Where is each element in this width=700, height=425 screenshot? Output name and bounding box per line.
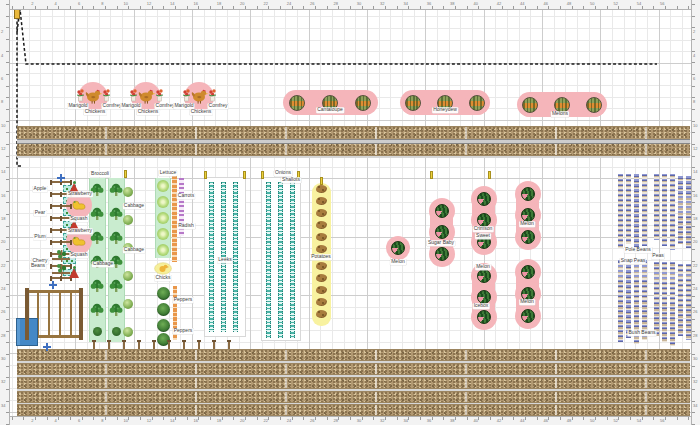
garden-stake-icon[interactable] (123, 340, 125, 349)
garden-stake-icon[interactable] (198, 340, 200, 349)
pepper-bush-icon[interactable] (157, 319, 170, 332)
garden-stake-icon[interactable] (153, 340, 155, 349)
pea-bean-row[interactable] (654, 262, 659, 336)
pea-bean-row[interactable] (670, 174, 675, 250)
espalier-stake[interactable] (50, 241, 72, 243)
lettuce-plant-icon[interactable] (157, 228, 169, 240)
ruler-number: 54 (637, 2, 641, 6)
ruler-number: 12 (147, 2, 151, 6)
plant-label: Sweet (475, 233, 491, 239)
pea-bean-row[interactable] (678, 264, 683, 336)
ruler-number: 40 (473, 419, 477, 423)
marker-stake-icon[interactable] (488, 171, 491, 179)
ruler-top: 2468101214161820222426283032343638404244… (0, 0, 700, 10)
lettuce-plant-icon[interactable] (157, 180, 169, 192)
onion-seed-row[interactable] (278, 182, 283, 338)
ruler-number: 8 (1, 100, 3, 104)
tilled-soil-row[interactable] (17, 363, 690, 375)
pea-bean-row[interactable] (618, 260, 623, 342)
tilled-soil-row[interactable] (17, 349, 690, 361)
cabbage-plant-icon[interactable] (123, 187, 133, 197)
plant-label: Comfrey (208, 103, 229, 109)
plant-label: Strawberry (67, 228, 93, 234)
soil-path-upper[interactable] (17, 126, 690, 156)
pea-bean-row[interactable] (642, 260, 647, 340)
ruler-number: 24 (287, 2, 291, 6)
ruler-number: 18 (217, 2, 221, 6)
lettuce-plant-icon[interactable] (157, 244, 169, 256)
pea-bean-row[interactable] (670, 262, 675, 346)
ruler-number: 46 (543, 2, 547, 6)
garden-stake-icon[interactable] (108, 340, 110, 349)
tilled-soil-row[interactable] (17, 404, 690, 416)
flower-plant-icon (208, 88, 217, 102)
ruler-number: 14 (693, 170, 697, 174)
cantaloupe-melon-icon (522, 97, 538, 113)
pepper-bush-icon[interactable] (157, 287, 170, 300)
ruler-number: 44 (520, 2, 524, 6)
pea-bean-row[interactable] (626, 174, 631, 244)
onion-seed-row[interactable] (233, 182, 238, 332)
trellis-post (79, 288, 83, 340)
pea-bean-row[interactable] (634, 174, 639, 252)
pea-bean-row[interactable] (678, 176, 683, 244)
ruler-number: 6 (78, 2, 80, 6)
ruler-number: 20 (240, 2, 244, 6)
onion-seed-row[interactable] (209, 182, 214, 332)
cabbage-plant-icon[interactable] (123, 299, 133, 309)
stake-knob (50, 228, 52, 233)
small-bush-plant-icon[interactable] (93, 327, 102, 336)
garden-stake-icon[interactable] (183, 340, 185, 349)
onion-seed-row[interactable] (266, 182, 271, 338)
broccoli-plant-icon (109, 183, 123, 197)
bean-vine-icon (53, 248, 71, 263)
marker-stake-icon[interactable] (124, 170, 127, 178)
ruler-left: 246810121416182022242628303234 (0, 0, 10, 425)
ruler-number: 30 (357, 2, 361, 6)
carrot-row-strip[interactable] (172, 176, 177, 262)
marker-stake-icon[interactable] (320, 177, 323, 185)
ruler-number: 26 (310, 419, 314, 423)
marker-stake-icon[interactable] (204, 171, 207, 179)
garden-stake-icon[interactable] (168, 340, 170, 349)
plant-label: Melon (475, 264, 491, 270)
pea-bean-row[interactable] (642, 174, 647, 246)
marker-stake-icon[interactable] (261, 171, 264, 179)
small-bush-plant-icon[interactable] (112, 327, 121, 336)
bean-vine-icon (53, 262, 71, 277)
pea-bean-row[interactable] (626, 260, 631, 338)
ruler-number: 10 (693, 124, 697, 128)
cabbage-plant-icon[interactable] (123, 327, 133, 337)
garden-stake-icon[interactable] (138, 340, 140, 349)
tilled-soil-row[interactable] (17, 377, 690, 389)
add-marker-icon[interactable] (57, 174, 65, 182)
stake-knob (50, 264, 52, 269)
garden-stake-icon[interactable] (213, 340, 215, 349)
pepper-bush-icon[interactable] (157, 303, 170, 316)
marker-stake-icon[interactable] (430, 171, 433, 179)
garden-stake-icon[interactable] (93, 340, 95, 349)
pea-bean-row[interactable] (618, 174, 623, 248)
add-marker-icon[interactable] (43, 343, 51, 351)
plant-label: Cabbage (123, 247, 145, 253)
pea-bean-row[interactable] (662, 262, 667, 342)
plant-label: Broccoli (90, 171, 110, 177)
add-marker-icon[interactable] (49, 281, 57, 289)
plant-label: Carrots (177, 193, 195, 199)
cabbage-plant-icon[interactable] (123, 215, 133, 225)
ruler-number: 2 (1, 30, 3, 34)
onion-seed-row[interactable] (290, 182, 295, 338)
tilled-soil-row[interactable] (17, 391, 690, 403)
watermelon-icon (477, 192, 491, 206)
pea-bean-row[interactable] (654, 174, 659, 240)
espalier-stake[interactable] (50, 205, 72, 207)
gate-marker[interactable] (14, 9, 20, 19)
lettuce-plant-icon[interactable] (157, 212, 169, 224)
pea-bean-row[interactable] (662, 174, 667, 246)
plant-label: Melon (519, 221, 535, 227)
lettuce-plant-icon[interactable] (157, 196, 169, 208)
garden-stake-icon[interactable] (228, 340, 230, 349)
cabbage-plant-icon[interactable] (123, 271, 133, 281)
flower-plant-icon (155, 88, 164, 102)
marker-stake-icon[interactable] (243, 171, 246, 179)
